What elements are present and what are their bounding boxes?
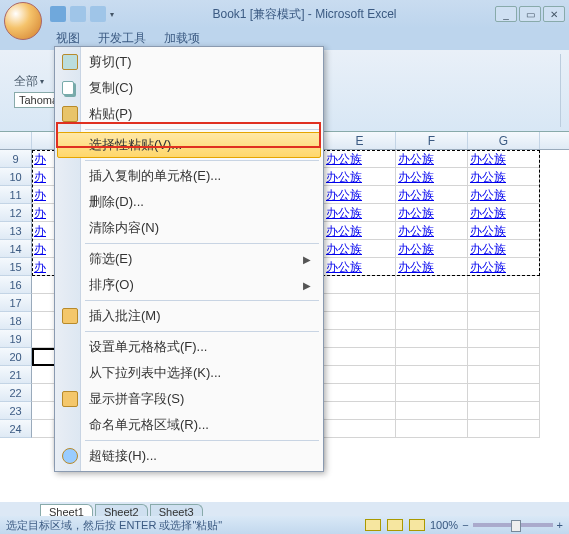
- row-header[interactable]: 24: [0, 420, 32, 438]
- context-menu-item[interactable]: 插入批注(M): [57, 303, 321, 329]
- cell[interactable]: 办公族: [324, 168, 396, 186]
- row-header[interactable]: 16: [0, 276, 32, 294]
- cell[interactable]: 办公族: [396, 240, 468, 258]
- cell[interactable]: [324, 348, 396, 366]
- cell[interactable]: 办公族: [324, 258, 396, 276]
- row-header[interactable]: 22: [0, 384, 32, 402]
- context-menu-item[interactable]: 复制(C): [57, 75, 321, 101]
- cell[interactable]: [468, 402, 540, 420]
- cell[interactable]: [396, 330, 468, 348]
- cell[interactable]: [396, 402, 468, 420]
- cell[interactable]: 办公族: [324, 204, 396, 222]
- cell[interactable]: [324, 294, 396, 312]
- cell[interactable]: 办公族: [468, 168, 540, 186]
- redo-icon[interactable]: [90, 6, 106, 22]
- context-menu-item[interactable]: 删除(D)...: [57, 189, 321, 215]
- cell[interactable]: [324, 402, 396, 420]
- cell[interactable]: [468, 276, 540, 294]
- cell[interactable]: 办公族: [468, 240, 540, 258]
- cell[interactable]: 办公族: [468, 204, 540, 222]
- zoom-level[interactable]: 100%: [430, 519, 458, 531]
- row-header[interactable]: 18: [0, 312, 32, 330]
- col-header[interactable]: F: [396, 132, 468, 149]
- maximize-button[interactable]: ▭: [519, 6, 541, 22]
- row-header[interactable]: 20: [0, 348, 32, 366]
- row-header[interactable]: 15: [0, 258, 32, 276]
- normal-view-icon[interactable]: [365, 519, 381, 531]
- row-header[interactable]: 14: [0, 240, 32, 258]
- context-menu-item[interactable]: 设置单元格格式(F)...: [57, 334, 321, 360]
- cell[interactable]: 办公族: [324, 222, 396, 240]
- context-menu-item[interactable]: 剪切(T): [57, 49, 321, 75]
- cell[interactable]: 办公族: [324, 150, 396, 168]
- context-menu-item[interactable]: 超链接(H)...: [57, 443, 321, 469]
- context-menu-item[interactable]: 插入复制的单元格(E)...: [57, 163, 321, 189]
- cell[interactable]: [396, 312, 468, 330]
- cell[interactable]: 办公族: [468, 222, 540, 240]
- row-header[interactable]: 19: [0, 330, 32, 348]
- row-header[interactable]: 23: [0, 402, 32, 420]
- cell[interactable]: [396, 294, 468, 312]
- row-header[interactable]: 9: [0, 150, 32, 168]
- zoom-out-icon[interactable]: −: [462, 519, 468, 531]
- row-header[interactable]: 13: [0, 222, 32, 240]
- cell[interactable]: [324, 366, 396, 384]
- cell[interactable]: 办公族: [396, 204, 468, 222]
- cell[interactable]: 办公族: [396, 222, 468, 240]
- save-icon[interactable]: [50, 6, 66, 22]
- context-menu-item[interactable]: 粘贴(P): [57, 101, 321, 127]
- page-break-view-icon[interactable]: [409, 519, 425, 531]
- cell[interactable]: [324, 312, 396, 330]
- zoom-slider[interactable]: [473, 523, 553, 527]
- context-menu-item[interactable]: 筛选(E)▶: [57, 246, 321, 272]
- paste-icon: [62, 106, 78, 122]
- context-menu-item[interactable]: 显示拼音字段(S): [57, 386, 321, 412]
- cell[interactable]: [324, 384, 396, 402]
- zoom-in-icon[interactable]: +: [557, 519, 563, 531]
- cell[interactable]: 办公族: [396, 186, 468, 204]
- cell[interactable]: 办公族: [468, 186, 540, 204]
- cell[interactable]: 办公族: [324, 186, 396, 204]
- context-menu-item[interactable]: 排序(O)▶: [57, 272, 321, 298]
- close-button[interactable]: ✕: [543, 6, 565, 22]
- row-header[interactable]: 21: [0, 366, 32, 384]
- context-menu-item[interactable]: 选择性粘贴(V)...: [57, 132, 321, 158]
- row-header[interactable]: 10: [0, 168, 32, 186]
- cell[interactable]: [324, 276, 396, 294]
- cell[interactable]: 办公族: [396, 150, 468, 168]
- cell[interactable]: [468, 420, 540, 438]
- cell[interactable]: 办公族: [396, 168, 468, 186]
- cell[interactable]: [396, 420, 468, 438]
- cell[interactable]: [468, 384, 540, 402]
- cell[interactable]: [468, 312, 540, 330]
- label-all: 全部: [14, 73, 38, 90]
- cell[interactable]: [396, 276, 468, 294]
- cell[interactable]: [468, 330, 540, 348]
- cell[interactable]: [396, 366, 468, 384]
- row-header[interactable]: 17: [0, 294, 32, 312]
- col-header[interactable]: G: [468, 132, 540, 149]
- minimize-button[interactable]: _: [495, 6, 517, 22]
- status-bar: 选定目标区域，然后按 ENTER 或选择"粘贴" 100% − +: [0, 516, 569, 534]
- cell[interactable]: 办公族: [324, 240, 396, 258]
- cell[interactable]: [468, 348, 540, 366]
- row-header[interactable]: 11: [0, 186, 32, 204]
- page-layout-view-icon[interactable]: [387, 519, 403, 531]
- cell[interactable]: [324, 330, 396, 348]
- cell[interactable]: [468, 366, 540, 384]
- row-header[interactable]: 12: [0, 204, 32, 222]
- context-menu-item[interactable]: 清除内容(N): [57, 215, 321, 241]
- cell[interactable]: [324, 420, 396, 438]
- office-button[interactable]: [4, 2, 42, 40]
- cell[interactable]: [396, 348, 468, 366]
- undo-icon[interactable]: [70, 6, 86, 22]
- cell[interactable]: [396, 384, 468, 402]
- cell[interactable]: 办公族: [468, 150, 540, 168]
- cell[interactable]: [468, 294, 540, 312]
- cell[interactable]: 办公族: [396, 258, 468, 276]
- chevron-down-icon[interactable]: ▾: [40, 77, 44, 86]
- cell[interactable]: 办公族: [468, 258, 540, 276]
- col-header[interactable]: E: [324, 132, 396, 149]
- context-menu-item[interactable]: 命名单元格区域(R)...: [57, 412, 321, 438]
- context-menu-item[interactable]: 从下拉列表中选择(K)...: [57, 360, 321, 386]
